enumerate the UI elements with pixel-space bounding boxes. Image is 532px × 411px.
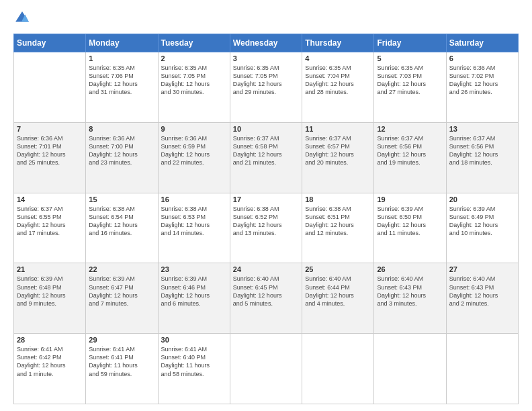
calendar-cell: 2Sunrise: 6:35 AM Sunset: 7:05 PM Daylig… [158,52,230,123]
weekday-header-row: SundayMondayTuesdayWednesdayThursdayFrid… [14,34,519,52]
calendar-cell [446,334,518,404]
day-number: 24 [233,265,299,273]
calendar-cell: 12Sunrise: 6:37 AM Sunset: 6:56 PM Dayli… [374,122,446,193]
calendar-cell: 15Sunrise: 6:38 AM Sunset: 6:54 PM Dayli… [86,193,158,263]
header [13,11,519,28]
calendar-cell: 1Sunrise: 6:35 AM Sunset: 7:06 PM Daylig… [86,52,158,123]
day-number: 13 [449,125,515,133]
day-number: 14 [17,195,83,203]
weekday-header-monday: Monday [86,34,158,52]
calendar-cell: 21Sunrise: 6:39 AM Sunset: 6:48 PM Dayli… [14,263,86,334]
day-info: Sunrise: 6:39 AM Sunset: 6:50 PM Dayligh… [377,205,443,238]
day-number: 5 [377,54,443,62]
calendar-cell: 19Sunrise: 6:39 AM Sunset: 6:50 PM Dayli… [374,193,446,263]
calendar-cell: 17Sunrise: 6:38 AM Sunset: 6:52 PM Dayli… [230,193,302,263]
day-number: 4 [305,54,371,62]
calendar-cell: 6Sunrise: 6:36 AM Sunset: 7:02 PM Daylig… [446,52,518,123]
calendar-row-1: 7Sunrise: 6:36 AM Sunset: 7:01 PM Daylig… [14,122,519,193]
calendar-cell: 26Sunrise: 6:40 AM Sunset: 6:43 PM Dayli… [374,263,446,334]
day-info: Sunrise: 6:37 AM Sunset: 6:55 PM Dayligh… [17,205,83,238]
day-number: 28 [17,336,83,344]
day-number: 7 [17,125,83,133]
calendar-cell [230,334,302,404]
day-info: Sunrise: 6:35 AM Sunset: 7:05 PM Dayligh… [161,64,227,97]
day-info: Sunrise: 6:37 AM Sunset: 6:58 PM Dayligh… [233,134,299,167]
day-info: Sunrise: 6:35 AM Sunset: 7:06 PM Dayligh… [89,64,154,97]
day-info: Sunrise: 6:37 AM Sunset: 6:57 PM Dayligh… [305,134,371,167]
day-info: Sunrise: 6:38 AM Sunset: 6:54 PM Dayligh… [89,205,154,238]
day-number: 10 [233,125,299,133]
weekday-header-tuesday: Tuesday [158,34,230,52]
day-info: Sunrise: 6:39 AM Sunset: 6:47 PM Dayligh… [89,275,154,308]
day-info: Sunrise: 6:35 AM Sunset: 7:03 PM Dayligh… [377,64,443,97]
day-number: 27 [449,265,515,273]
day-number: 9 [161,125,227,133]
day-number: 18 [305,195,371,203]
calendar-cell: 29Sunrise: 6:41 AM Sunset: 6:41 PM Dayli… [86,334,158,404]
day-info: Sunrise: 6:40 AM Sunset: 6:45 PM Dayligh… [233,275,299,308]
calendar-cell: 8Sunrise: 6:36 AM Sunset: 7:00 PM Daylig… [86,122,158,193]
calendar-cell [302,334,374,404]
day-info: Sunrise: 6:41 AM Sunset: 6:40 PM Dayligh… [161,345,227,378]
weekday-header-friday: Friday [374,34,446,52]
day-info: Sunrise: 6:39 AM Sunset: 6:46 PM Dayligh… [161,275,227,308]
day-number: 26 [377,265,443,273]
day-number: 25 [305,265,371,273]
weekday-header-wednesday: Wednesday [230,34,302,52]
day-number: 21 [17,265,83,273]
calendar-row-0: 1Sunrise: 6:35 AM Sunset: 7:06 PM Daylig… [14,52,519,123]
calendar-cell: 7Sunrise: 6:36 AM Sunset: 7:01 PM Daylig… [14,122,86,193]
day-number: 20 [449,195,515,203]
day-info: Sunrise: 6:40 AM Sunset: 6:44 PM Dayligh… [305,275,371,308]
calendar-cell: 13Sunrise: 6:37 AM Sunset: 6:56 PM Dayli… [446,122,518,193]
day-number: 17 [233,195,299,203]
day-info: Sunrise: 6:37 AM Sunset: 6:56 PM Dayligh… [377,134,443,167]
day-number: 22 [89,265,154,273]
day-info: Sunrise: 6:41 AM Sunset: 6:41 PM Dayligh… [89,345,154,378]
calendar-cell: 22Sunrise: 6:39 AM Sunset: 6:47 PM Dayli… [86,263,158,334]
calendar-cell: 25Sunrise: 6:40 AM Sunset: 6:44 PM Dayli… [302,263,374,334]
weekday-header-sunday: Sunday [14,34,86,52]
calendar-cell [14,52,86,123]
day-info: Sunrise: 6:36 AM Sunset: 7:02 PM Dayligh… [449,64,515,97]
logo-icon [15,11,30,26]
calendar-cell: 18Sunrise: 6:38 AM Sunset: 6:51 PM Dayli… [302,193,374,263]
calendar-cell: 23Sunrise: 6:39 AM Sunset: 6:46 PM Dayli… [158,263,230,334]
day-number: 11 [305,125,371,133]
day-number: 23 [161,265,227,273]
calendar-table: SundayMondayTuesdayWednesdayThursdayFrid… [13,34,519,404]
day-info: Sunrise: 6:38 AM Sunset: 6:52 PM Dayligh… [233,205,299,238]
calendar-cell: 28Sunrise: 6:41 AM Sunset: 6:42 PM Dayli… [14,334,86,404]
weekday-header-saturday: Saturday [446,34,518,52]
day-number: 2 [161,54,227,62]
day-info: Sunrise: 6:35 AM Sunset: 7:05 PM Dayligh… [233,64,299,97]
calendar-cell: 20Sunrise: 6:39 AM Sunset: 6:49 PM Dayli… [446,193,518,263]
calendar-row-3: 21Sunrise: 6:39 AM Sunset: 6:48 PM Dayli… [14,263,519,334]
day-info: Sunrise: 6:39 AM Sunset: 6:49 PM Dayligh… [449,205,515,238]
day-number: 29 [89,336,154,344]
calendar-cell: 9Sunrise: 6:36 AM Sunset: 6:59 PM Daylig… [158,122,230,193]
day-info: Sunrise: 6:38 AM Sunset: 6:51 PM Dayligh… [305,205,371,238]
day-number: 15 [89,195,154,203]
day-number: 19 [377,195,443,203]
day-info: Sunrise: 6:40 AM Sunset: 6:43 PM Dayligh… [377,275,443,308]
calendar-cell: 11Sunrise: 6:37 AM Sunset: 6:57 PM Dayli… [302,122,374,193]
weekday-header-thursday: Thursday [302,34,374,52]
calendar-cell [374,334,446,404]
day-number: 12 [377,125,443,133]
calendar-cell: 5Sunrise: 6:35 AM Sunset: 7:03 PM Daylig… [374,52,446,123]
day-info: Sunrise: 6:41 AM Sunset: 6:42 PM Dayligh… [17,345,83,378]
day-info: Sunrise: 6:39 AM Sunset: 6:48 PM Dayligh… [17,275,83,308]
day-number: 6 [449,54,515,62]
day-info: Sunrise: 6:36 AM Sunset: 7:00 PM Dayligh… [89,134,154,167]
day-number: 1 [89,54,154,62]
calendar-cell: 24Sunrise: 6:40 AM Sunset: 6:45 PM Dayli… [230,263,302,334]
day-info: Sunrise: 6:35 AM Sunset: 7:04 PM Dayligh… [305,64,371,97]
calendar-cell: 4Sunrise: 6:35 AM Sunset: 7:04 PM Daylig… [302,52,374,123]
day-info: Sunrise: 6:38 AM Sunset: 6:53 PM Dayligh… [161,205,227,238]
day-number: 3 [233,54,299,62]
calendar-cell: 14Sunrise: 6:37 AM Sunset: 6:55 PM Dayli… [14,193,86,263]
calendar-cell: 16Sunrise: 6:38 AM Sunset: 6:53 PM Dayli… [158,193,230,263]
calendar-cell: 30Sunrise: 6:41 AM Sunset: 6:40 PM Dayli… [158,334,230,404]
day-number: 16 [161,195,227,203]
